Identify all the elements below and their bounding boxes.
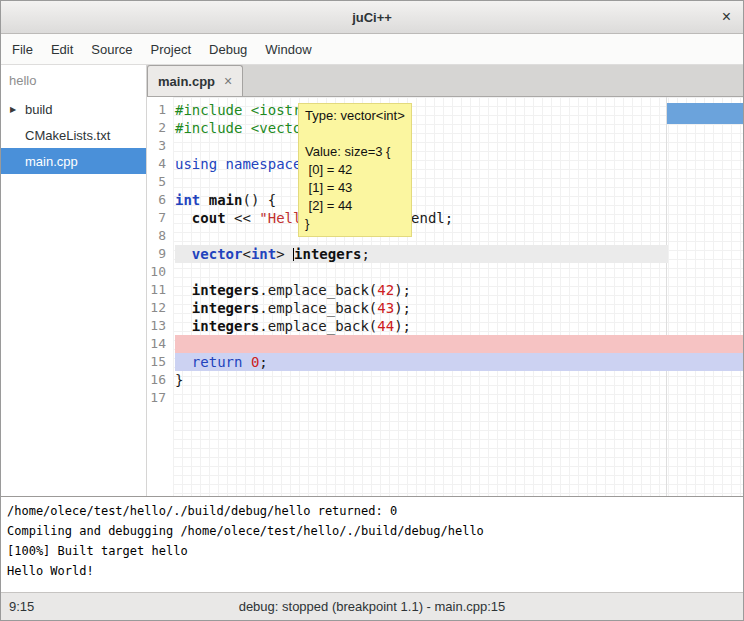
- editor-line[interactable]: [175, 389, 743, 407]
- code-segment: >: [276, 246, 293, 262]
- code-segment: integers: [192, 300, 259, 316]
- menu-window[interactable]: Window: [256, 36, 320, 63]
- code-segment: );: [394, 300, 411, 316]
- code-segment: [175, 282, 192, 298]
- line-number: 7: [147, 209, 166, 227]
- project-name: hello: [1, 65, 146, 96]
- editor-line[interactable]: #include <vector>: [175, 119, 743, 137]
- code-segment: .emplace_back(: [259, 318, 377, 334]
- code-segment: <<: [226, 210, 260, 226]
- tree-item-label: CMakeLists.txt: [25, 128, 110, 143]
- terminal-line: [100%] Built target hello: [7, 541, 737, 561]
- code-segment: ;: [361, 246, 369, 262]
- line-number: 8: [147, 227, 166, 245]
- editor-line[interactable]: integers.emplace_back(42);: [175, 281, 743, 299]
- editor-line[interactable]: int main() {: [175, 191, 743, 209]
- overview-highlight: [667, 103, 743, 124]
- debug-status: debug: stopped (breakpoint 1.1) - main.c…: [239, 599, 506, 614]
- code-segment: #include <vector>: [175, 120, 318, 136]
- line-number: 16: [147, 371, 166, 389]
- code-segment: );: [394, 282, 411, 298]
- code-segment: vector: [192, 246, 243, 262]
- tab-close-icon[interactable]: ×: [224, 73, 232, 89]
- window-title: juCi++: [352, 10, 392, 25]
- code-segment: [175, 246, 192, 262]
- code-segment: [175, 300, 192, 316]
- code-segment: <: [242, 246, 250, 262]
- code-segment: int: [251, 246, 276, 262]
- line-number: 14: [147, 335, 166, 353]
- code-segment: .emplace_back(: [259, 300, 377, 316]
- line-number: 2: [147, 119, 166, 137]
- title-bar: juCi++ ×: [1, 1, 743, 34]
- terminal-output[interactable]: /home/olece/test/hello/./build/debug/hel…: [1, 496, 743, 592]
- main-body: hello ▶buildCMakeLists.txtmain.cpp main.…: [1, 65, 743, 496]
- menu-project[interactable]: Project: [142, 36, 200, 63]
- editor-line[interactable]: integers.emplace_back(44);: [175, 317, 743, 335]
- editor-line[interactable]: [175, 137, 743, 155]
- tooltip-line: [1] = 43: [305, 179, 405, 197]
- code-segment: integers: [192, 282, 259, 298]
- menu-source[interactable]: Source: [82, 36, 141, 63]
- editor-line[interactable]: [175, 227, 743, 245]
- tab-bar: main.cpp ×: [147, 65, 743, 97]
- editor-line[interactable]: [175, 335, 743, 353]
- menu-file[interactable]: File: [3, 36, 42, 63]
- terminal-line: Compiling and debugging /home/olece/test…: [7, 521, 737, 541]
- tab-main-cpp[interactable]: main.cpp ×: [147, 65, 243, 96]
- code-segment: [175, 354, 192, 370]
- expander-icon[interactable]: ▶: [10, 105, 16, 114]
- debug-value-tooltip: Type: vector<int>Value: size=3 { [0] = 4…: [298, 103, 412, 237]
- code-segment: integers: [294, 246, 361, 262]
- code-segment: [175, 210, 192, 226]
- editor-line[interactable]: cout << "Hello World!" << endl;: [175, 209, 743, 227]
- file-tree-sidebar: hello ▶buildCMakeLists.txtmain.cpp: [1, 65, 147, 496]
- line-number: 6: [147, 191, 166, 209]
- code-segment: 44: [377, 318, 394, 334]
- tooltip-line: Value: size=3 {: [305, 143, 405, 161]
- tree-item-cmakelists-txt[interactable]: CMakeLists.txt: [1, 122, 146, 148]
- line-number: 9: [147, 245, 166, 263]
- line-number: 12: [147, 299, 166, 317]
- line-number: 15: [147, 353, 166, 371]
- line-number: 17: [147, 389, 166, 407]
- line-number: 10: [147, 263, 166, 281]
- code-segment: ;: [259, 354, 267, 370]
- source-editor[interactable]: 1234567891011121314151617 #include <iost…: [147, 97, 743, 496]
- close-window-icon[interactable]: ×: [722, 8, 731, 26]
- line-number: 11: [147, 281, 166, 299]
- tree-item-label: build: [25, 102, 52, 117]
- tree-item-main-cpp[interactable]: main.cpp: [1, 148, 146, 174]
- line-number-gutter: 1234567891011121314151617: [147, 97, 173, 496]
- code-segment: int: [175, 192, 200, 208]
- tooltip-line: [2] = 44: [305, 197, 405, 215]
- code-segment: );: [394, 318, 411, 334]
- tooltip-line: }: [305, 215, 405, 233]
- editor-line[interactable]: #include <iostream>: [175, 101, 743, 119]
- code-area[interactable]: #include <iostream>#include <vector>usin…: [173, 97, 743, 496]
- code-segment: .emplace_back(: [259, 282, 377, 298]
- code-segment: cout: [192, 210, 226, 226]
- editor-line[interactable]: using namespace std;: [175, 155, 743, 173]
- editor-line[interactable]: [175, 173, 743, 191]
- menu-debug[interactable]: Debug: [200, 36, 256, 63]
- app-window: juCi++ × FileEditSourceProjectDebugWindo…: [0, 0, 744, 621]
- line-number: 1: [147, 101, 166, 119]
- code-segment: [242, 354, 250, 370]
- tooltip-line: [305, 125, 405, 143]
- code-segment: [175, 318, 192, 334]
- editor-line[interactable]: }: [175, 371, 743, 389]
- editor-line[interactable]: integers.emplace_back(43);: [175, 299, 743, 317]
- tree-item-label: main.cpp: [25, 154, 78, 169]
- menu-bar: FileEditSourceProjectDebugWindow: [1, 34, 743, 65]
- editor-line[interactable]: [175, 263, 743, 281]
- tab-label: main.cpp: [158, 74, 215, 89]
- code-segment: 42: [377, 282, 394, 298]
- editor-line[interactable]: vector<int> integers;: [175, 245, 743, 263]
- code-segment: 43: [377, 300, 394, 316]
- menu-edit[interactable]: Edit: [42, 36, 82, 63]
- tree-item-build[interactable]: ▶build: [1, 96, 146, 122]
- code-segment: return: [192, 354, 243, 370]
- editor-line[interactable]: return 0;: [175, 353, 743, 371]
- editor-pane: main.cpp × 1234567891011121314151617 #in…: [147, 65, 743, 496]
